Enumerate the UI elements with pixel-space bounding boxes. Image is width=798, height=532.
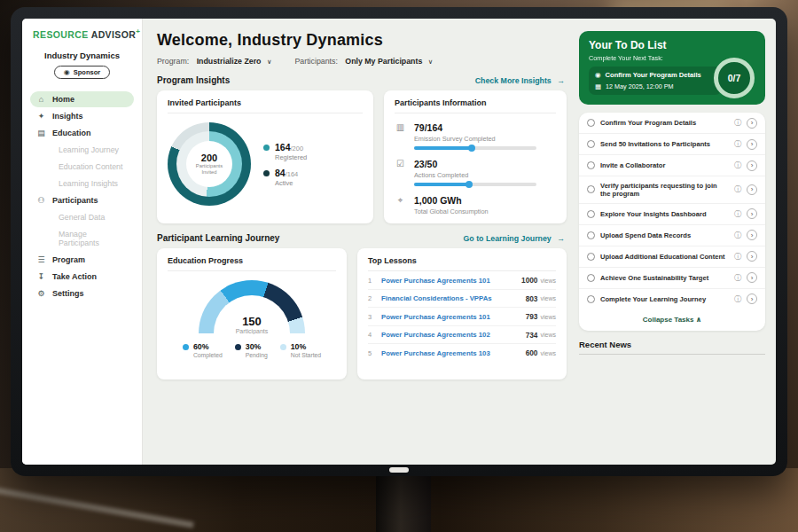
- sidebar-item-label: Education Content: [59, 162, 122, 171]
- chevron-right-icon[interactable]: ›: [747, 208, 757, 219]
- task-checkbox[interactable]: [587, 253, 595, 261]
- sidebar-item-participants[interactable]: ⚇ Participants: [30, 192, 134, 208]
- stat-emission-survey: ▥ 79/164 Emission Survey Completed: [395, 122, 556, 150]
- sidebar-item-label: General Data: [59, 213, 105, 222]
- task-checkbox[interactable]: [587, 185, 595, 193]
- task-checkbox[interactable]: [587, 119, 595, 127]
- task-checkbox[interactable]: [587, 140, 595, 148]
- monitor-bezel: RESOURCE ADVISOR+ Industry Dynamics ◉ Sp…: [11, 7, 787, 476]
- education-center-value: 150: [199, 316, 305, 328]
- sidebar-item-settings[interactable]: ⚙ Settings: [30, 286, 134, 301]
- consumption-label: Total Global Consumption: [414, 207, 489, 215]
- task-row-verify-participants[interactable]: Verify participants requesting to join t…: [579, 176, 765, 204]
- collapse-tasks-link[interactable]: Collapse Tasks ∧: [579, 309, 765, 331]
- sidebar-item-home[interactable]: ⌂ Home: [30, 91, 134, 107]
- lesson-rank: 3: [368, 313, 381, 321]
- sidebar-item-label: Take Action: [52, 272, 97, 281]
- invited-participants-card: Invited Participants 200 Participants In…: [157, 90, 373, 223]
- stat-actions: ☑ 23/50 Actions Completed: [395, 159, 556, 186]
- logo-advisor: ADVISOR: [91, 29, 137, 40]
- lesson-link[interactable]: Power Purchase Agreements 101: [381, 313, 526, 321]
- chevron-right-icon[interactable]: ›: [747, 272, 757, 283]
- task-checkbox[interactable]: [587, 231, 595, 239]
- lesson-views-label: views: [540, 332, 556, 338]
- desk-scene: RESOURCE ADVISOR+ Industry Dynamics ◉ Sp…: [0, 0, 798, 532]
- sidebar-item-take-action[interactable]: ↧ Take Action: [30, 269, 134, 285]
- lesson-link[interactable]: Power Purchase Agreements 102: [381, 331, 526, 339]
- active-dot: [263, 170, 270, 176]
- task-row-upload-spend-data[interactable]: Upload Spend Data Records ⓘ ›: [579, 225, 765, 246]
- legend-active: 84/164 Active: [263, 168, 307, 187]
- sidebar-item-insights[interactable]: ✦ Insights: [30, 108, 134, 124]
- sidebar-item-education[interactable]: ▤ Education: [30, 125, 134, 141]
- chevron-right-icon[interactable]: ›: [747, 160, 757, 171]
- task-checkbox[interactable]: [587, 210, 595, 218]
- task-row-upload-educational-content[interactable]: Upload Additional Educational Content ⓘ …: [579, 246, 765, 268]
- chevron-right-icon[interactable]: ›: [747, 230, 757, 240]
- info-icon: ⓘ: [734, 209, 741, 219]
- invited-donut-chart: 200 Participants Invited: [168, 122, 251, 206]
- todo-summary-card: Your To Do List Complete Your Next Task:…: [579, 31, 765, 105]
- settings-icon: ⚙: [36, 289, 46, 298]
- registered-dot: [263, 145, 270, 151]
- arrow-right-icon: →: [557, 234, 565, 243]
- actions-label: Actions Completed: [414, 171, 536, 179]
- filter-bar: Program: Industrialize Zero ∨ Participan…: [157, 57, 567, 66]
- task-row-sustainability-target[interactable]: Achieve One Sustainability Target ⓘ ›: [579, 268, 765, 289]
- lesson-views: 793: [526, 312, 538, 321]
- lesson-row: 2 Financial Considerations - VPPAs 803 v…: [368, 290, 556, 309]
- not-started-label: Not Started: [291, 352, 321, 358]
- lesson-row: 1 Power Purchase Agreements 101 1000 vie…: [368, 271, 556, 290]
- logo-resource: RESOURCE: [33, 29, 89, 40]
- registered-total: /200: [291, 145, 304, 153]
- task-checkbox[interactable]: [587, 161, 595, 169]
- check-more-insights-link[interactable]: Check More Insights →: [475, 76, 565, 85]
- chevron-right-icon[interactable]: ›: [747, 184, 757, 195]
- program-icon: ☰: [36, 255, 46, 264]
- task-label: Achieve One Sustainability Target: [600, 274, 729, 282]
- chevron-right-icon[interactable]: ›: [747, 293, 757, 304]
- chevron-up-icon: ∧: [696, 316, 702, 324]
- sidebar-item-education-content[interactable]: Education Content: [30, 159, 134, 175]
- chevron-right-icon[interactable]: ›: [747, 118, 757, 129]
- sidebar-item-learning-journey[interactable]: Learning Journey: [30, 142, 134, 158]
- todo-next-task-label: Confirm Your Program Details: [606, 71, 701, 79]
- task-row-explore-insights[interactable]: Explore Your Insights Dashboard ⓘ ›: [579, 204, 765, 225]
- sidebar-item-manage-participants[interactable]: Manage Participants: [30, 226, 134, 251]
- chevron-down-icon: ∨: [267, 58, 272, 66]
- pending-pct: 30%: [246, 342, 268, 351]
- task-row-send-invitations[interactable]: Send 50 Invitations to Participants ⓘ ›: [579, 134, 765, 155]
- education-center-label: Participants: [199, 328, 305, 334]
- go-to-learning-journey-link[interactable]: Go to Learning Journey →: [464, 234, 565, 243]
- collapse-tasks-label: Collapse Tasks: [643, 316, 694, 324]
- chevron-right-icon[interactable]: ›: [747, 139, 757, 150]
- info-icon: ⓘ: [734, 118, 741, 128]
- task-row-confirm-program[interactable]: Confirm Your Program Details ⓘ ›: [579, 113, 765, 134]
- home-icon: ⌂: [36, 95, 46, 104]
- program-filter[interactable]: Program: Industrialize Zero ∨: [157, 57, 271, 66]
- sidebar-item-program[interactable]: ☰ Program: [30, 252, 134, 268]
- active-total: /164: [286, 170, 299, 178]
- lesson-link[interactable]: Power Purchase Agreements 101: [381, 277, 521, 285]
- app-window: RESOURCE ADVISOR+ Industry Dynamics ◉ Sp…: [22, 19, 776, 465]
- stat-consumption: ⌖ 1,000 GWh Total Global Consumption: [395, 195, 556, 219]
- task-icon: ◉: [595, 71, 601, 79]
- lesson-views-label: views: [540, 314, 556, 320]
- todo-next-task[interactable]: ◉ Confirm Your Program Details ▦ 12 May …: [589, 66, 722, 95]
- chevron-right-icon[interactable]: ›: [747, 251, 757, 262]
- sidebar-item-label: Manage Participants: [59, 230, 128, 247]
- participants-filter[interactable]: Participants: Only My Participants ∨: [294, 57, 433, 66]
- lesson-views-label: views: [540, 350, 556, 356]
- task-checkbox[interactable]: [587, 295, 595, 303]
- lesson-link[interactable]: Financial Considerations - VPPAs: [381, 294, 526, 302]
- sidebar-item-general-data[interactable]: General Data: [30, 209, 134, 225]
- task-row-complete-learning-journey[interactable]: Complete Your Learning Journey ⓘ ›: [579, 289, 765, 309]
- sidebar-item-label: Settings: [52, 289, 84, 298]
- sidebar-item-learning-insights[interactable]: Learning Insights: [30, 176, 134, 192]
- lesson-link[interactable]: Power Purchase Agreements 103: [381, 349, 526, 357]
- go-to-learning-journey-label: Go to Learning Journey: [464, 234, 552, 243]
- task-row-invite-collaborator[interactable]: Invite a Collaborator ⓘ ›: [579, 155, 765, 176]
- task-checkbox[interactable]: [587, 274, 595, 282]
- education-legend: 60% Completed 30% Pending: [168, 342, 336, 358]
- legend-registered: 164/200 Registered: [263, 142, 307, 161]
